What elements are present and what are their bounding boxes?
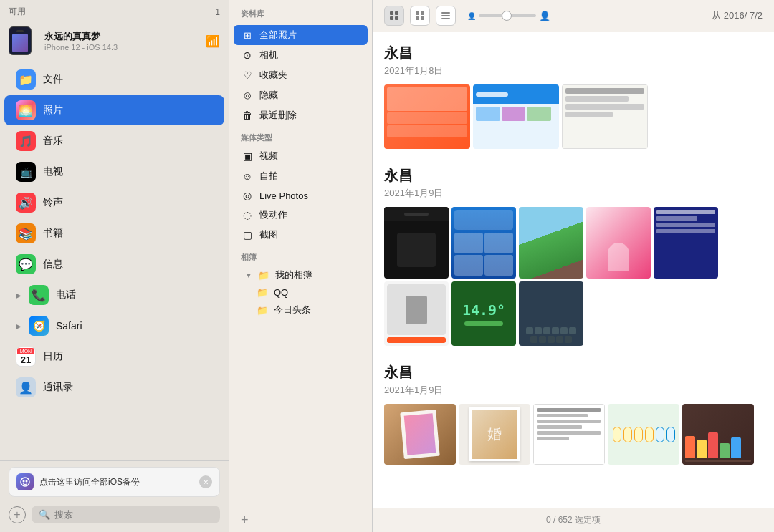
sidebar-item-screenshot[interactable]: ▢ 截图 [234,225,368,245]
thumb-content [473,84,559,149]
svg-rect-5 [390,16,393,20]
add-album-btn[interactable]: + [229,508,372,532]
svg-rect-4 [395,11,398,15]
svg-rect-12 [441,15,450,16]
sidebar-item-camera[interactable]: ⊙ 相机 [234,45,368,65]
device-model: iPhone 12 - iOS 14.3 [44,43,199,52]
sidebar-item-tv[interactable]: 📺 电视 [4,157,224,187]
sidebar-item-phone[interactable]: ▶ 📞 电话 [4,280,224,310]
photo-thumb[interactable] [452,207,516,279]
thumb-photo [400,410,439,459]
add-button[interactable]: + [9,506,26,523]
sidebar-item-video[interactable]: ▣ 视频 [234,146,368,166]
library-list: ⊞ 全部照片 ⊙ 相机 ♡ 收藏夹 ◎ 隐藏 🗑 最近删除 [229,25,372,125]
thumb-line [565,88,644,94]
thumb-temp: 14.9° [462,301,505,319]
files-icon: 📁 [16,69,36,90]
thumb-top [384,207,449,221]
search-input-wrap[interactable]: 🔍 [32,506,220,523]
photo-thumb[interactable] [586,207,651,279]
sidebar-item-favorites[interactable]: ♡ 收藏夹 [234,65,368,85]
photo-thumb[interactable] [533,404,605,465]
nav-list: 📁 文件 🌅 照片 🎵 音乐 📺 电视 🔊 铃声 [0,61,229,406]
photo-thumb[interactable] [682,404,754,465]
sidebar-item-my-albums[interactable]: ▼ 📁 我的相簿 [234,266,368,284]
camera-label: 相机 [259,49,278,62]
photo-thumb[interactable] [654,207,718,279]
thumb-product-img [406,296,427,324]
safari-icon: 🧭 [29,316,49,336]
sidebar-item-toutiao[interactable]: 📁 今日头条 [234,301,368,319]
library-label: 资料库 [241,9,360,19]
sidebar-item-slow-mo[interactable]: ◌ 慢动作 [234,205,368,225]
sidebar-item-books[interactable]: 📚 书籍 [4,218,224,248]
hidden-icon: ◎ [241,90,254,100]
photo-thumb[interactable] [384,281,449,346]
photo-grid-3: 婚 [384,404,763,465]
sidebar-item-files[interactable]: 📁 文件 [4,64,224,95]
sidebar-item-photos[interactable]: 🌅 照片 [4,95,224,125]
selfie-label: 自拍 [259,170,278,183]
thumb-content [682,404,754,465]
photo-thumb[interactable] [608,404,679,465]
phone-screen [12,34,28,52]
media-type-list: ▣ 视频 ☺ 自拍 ◎ Live Photos ◌ 慢动作 ▢ 截图 [229,146,372,245]
photo-thumb[interactable] [384,207,449,279]
music-icon: 🎵 [16,131,36,151]
svg-rect-7 [416,11,419,15]
thumb-key [565,336,572,343]
thumb-key [535,327,542,334]
tv-icon: 📺 [16,162,36,182]
photo-thumb[interactable] [384,84,470,149]
selfie-icon: ☺ [241,170,254,182]
messages-icon: 💬 [16,254,36,274]
thumb-content: 婚 [459,404,530,465]
safari-expand-arrow: ▶ [16,322,22,330]
sidebar-item-music[interactable]: 🎵 音乐 [4,126,224,156]
sidebar-item-recently-deleted[interactable]: 🗑 最近删除 [234,105,368,125]
list-view-btn[interactable] [436,6,456,26]
favorites-icon: ♡ [241,69,254,81]
calendar-month: MON [17,348,34,354]
thumb-content [608,404,679,465]
thumb-item [708,432,718,458]
photo-thumb[interactable]: 婚 [459,404,530,465]
thumb-bar1 [387,87,467,111]
slider-track[interactable] [479,14,536,17]
photo-grid-2: 14.9° [384,207,763,346]
thumb-item [720,443,730,458]
sidebar-item-messages[interactable]: 💬 信息 [4,249,224,279]
device-item[interactable]: 永远的真真梦 iPhone 12 - iOS 14.3 📶 [0,21,229,61]
grid-icon [389,11,399,21]
photo-thumb[interactable] [384,404,456,465]
search-input[interactable] [54,509,213,520]
group-view-btn[interactable] [410,6,430,26]
sidebar-item-selfie[interactable]: ☺ 自拍 [234,166,368,186]
sidebar-item-qq[interactable]: 📁 QQ [234,284,368,301]
sidebar-item-all-photos[interactable]: ⊞ 全部照片 [234,25,368,45]
sidebar-item-safari[interactable]: ▶ 🧭 Safari [4,311,224,341]
svg-point-2 [26,480,28,483]
ios-backup-notice[interactable]: 点击这里访问全部iOS备份 ✕ [9,467,220,497]
photo-group-2-title: 永昌 [384,166,763,185]
thumb-key [530,336,538,343]
album-label: 相簿 [229,245,372,266]
photo-group-2: 永昌 2021年1月9日 [384,166,763,346]
device-header: 可用 1 [0,0,229,21]
photo-thumb[interactable] [519,207,583,279]
photo-thumb[interactable] [473,84,559,149]
available-count: 1 [215,7,220,17]
grid-view-btn[interactable] [384,6,404,26]
phone-icon [9,26,32,55]
photo-thumb[interactable] [562,84,648,149]
sidebar-item-ringtone[interactable]: 🔊 铃声 [4,188,224,218]
thumb-pill [634,427,643,442]
photo-thumb[interactable]: 14.9° [452,281,516,346]
sidebar-item-calendar[interactable]: MON 21 日历 [4,342,224,372]
sidebar-item-hidden[interactable]: ◎ 隐藏 [234,85,368,105]
slider-thumb[interactable] [502,11,512,21]
ios-backup-close-btn[interactable]: ✕ [199,475,212,488]
photo-thumb[interactable] [519,281,583,346]
sidebar-item-live-photos[interactable]: ◎ Live Photos [234,186,368,205]
sidebar-item-contacts[interactable]: 👤 通讯录 [4,372,224,402]
